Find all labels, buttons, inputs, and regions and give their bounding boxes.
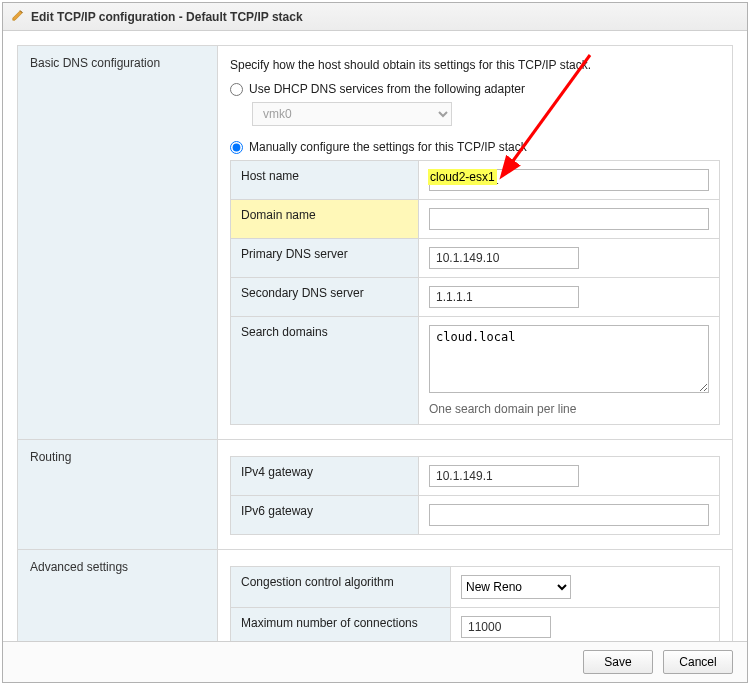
section-dns: Basic DNS configuration Specify how the …: [18, 46, 732, 440]
section-routing-content: IPv4 gateway IPv6 gateway: [218, 440, 732, 549]
domain-name-input[interactable]: [429, 208, 709, 230]
radio-manual-label: Manually configure the settings for this…: [249, 140, 527, 154]
radio-dhcp-row[interactable]: Use DHCP DNS services from the following…: [230, 82, 720, 96]
congestion-select[interactable]: New Reno: [461, 575, 571, 599]
row-domain-name: Domain name: [231, 200, 720, 239]
radio-manual-row[interactable]: Manually configure the settings for this…: [230, 140, 720, 154]
radio-manual[interactable]: [230, 141, 243, 154]
ipv6-gateway-input[interactable]: [429, 504, 709, 526]
section-advanced: Advanced settings Congestion control alg…: [18, 550, 732, 641]
advanced-form-table: Congestion control algorithm New Reno Ma…: [230, 566, 720, 641]
section-routing-title: Routing: [18, 440, 218, 549]
dialog-edit-tcpip: Edit TCP/IP configuration - Default TCP/…: [2, 2, 748, 683]
primary-dns-label: Primary DNS server: [231, 239, 419, 278]
section-routing: Routing IPv4 gateway IPv6 gateway: [18, 440, 732, 550]
row-host-name: Host name cloud2-esx1: [231, 161, 720, 200]
section-dns-title: Basic DNS configuration: [18, 46, 218, 439]
row-ipv4-gateway: IPv4 gateway: [231, 457, 720, 496]
adapter-select[interactable]: vmk0: [252, 102, 452, 126]
save-button[interactable]: Save: [583, 650, 653, 674]
dialog-body: Basic DNS configuration Specify how the …: [3, 31, 747, 641]
pencil-icon: [11, 8, 25, 25]
settings-panel: Basic DNS configuration Specify how the …: [17, 45, 733, 641]
dialog-footer: Save Cancel: [3, 641, 747, 682]
ipv4-gateway-input[interactable]: [429, 465, 579, 487]
radio-dhcp[interactable]: [230, 83, 243, 96]
section-advanced-content: Congestion control algorithm New Reno Ma…: [218, 550, 732, 641]
secondary-dns-input[interactable]: [429, 286, 579, 308]
search-domains-hint: One search domain per line: [429, 402, 709, 416]
dns-form-table: Host name cloud2-esx1 Domain name: [230, 160, 720, 425]
congestion-label: Congestion control algorithm: [231, 567, 451, 608]
routing-form-table: IPv4 gateway IPv6 gateway: [230, 456, 720, 535]
dialog-titlebar: Edit TCP/IP configuration - Default TCP/…: [3, 3, 747, 31]
domain-name-label: Domain name: [231, 200, 419, 239]
max-conn-label: Maximum number of connections: [231, 608, 451, 642]
search-domains-label: Search domains: [231, 317, 419, 425]
host-name-label: Host name: [231, 161, 419, 200]
dns-intro-text: Specify how the host should obtain its s…: [230, 58, 720, 72]
row-max-conn: Maximum number of connections: [231, 608, 720, 642]
primary-dns-input[interactable]: [429, 247, 579, 269]
row-secondary-dns: Secondary DNS server: [231, 278, 720, 317]
max-conn-input[interactable]: [461, 616, 551, 638]
section-dns-content: Specify how the host should obtain its s…: [218, 46, 732, 439]
row-search-domains: Search domains One search domain per lin…: [231, 317, 720, 425]
row-ipv6-gateway: IPv6 gateway: [231, 496, 720, 535]
section-advanced-title: Advanced settings: [18, 550, 218, 641]
radio-dhcp-label: Use DHCP DNS services from the following…: [249, 82, 525, 96]
cancel-button[interactable]: Cancel: [663, 650, 733, 674]
host-name-highlight: cloud2-esx1: [428, 169, 497, 185]
ipv6-gateway-label: IPv6 gateway: [231, 496, 419, 535]
ipv4-gateway-label: IPv4 gateway: [231, 457, 419, 496]
row-primary-dns: Primary DNS server: [231, 239, 720, 278]
dialog-title: Edit TCP/IP configuration - Default TCP/…: [31, 10, 303, 24]
secondary-dns-label: Secondary DNS server: [231, 278, 419, 317]
search-domains-input[interactable]: [429, 325, 709, 393]
row-congestion: Congestion control algorithm New Reno: [231, 567, 720, 608]
